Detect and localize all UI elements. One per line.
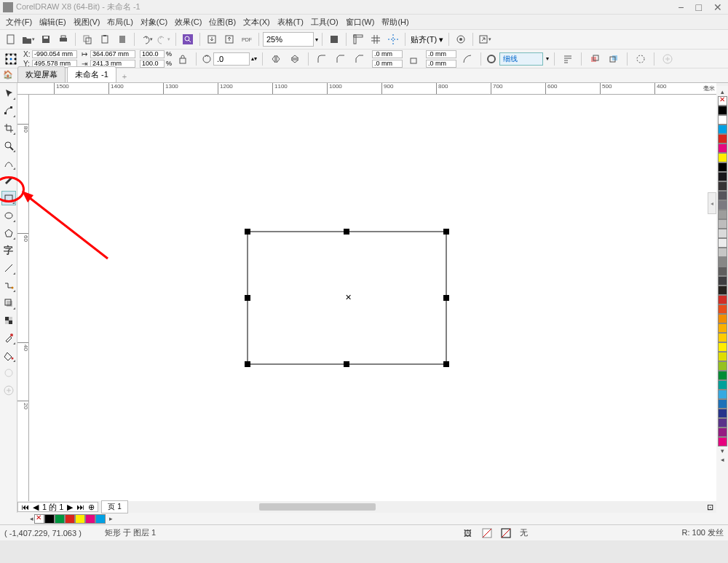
snap-dropdown[interactable]: 贴齐(T) ▾ [409, 34, 445, 45]
minimize-button[interactable]: − [675, 1, 687, 13]
chamfer-corner-button[interactable] [352, 51, 368, 67]
color-swatch[interactable] [718, 342, 727, 352]
color-swatch[interactable] [718, 295, 727, 304]
page-prev-button[interactable]: ◀ [31, 503, 40, 512]
polygon-tool[interactable] [1, 226, 16, 240]
horizontal-ruler[interactable]: 1500 1400 1300 1200 1100 1000 900 800 70… [17, 83, 716, 95]
crop-tool[interactable] [1, 121, 16, 135]
wrap-text-button[interactable] [560, 51, 576, 67]
color-swatch[interactable] [718, 361, 727, 371]
menu-text[interactable]: 文本(X) [240, 15, 273, 29]
canvas[interactable]: ✕ ◂ [29, 95, 716, 501]
mirror-v-button[interactable] [287, 51, 303, 67]
color-swatch[interactable] [718, 200, 727, 210]
color-swatch[interactable] [718, 229, 727, 238]
color-swatch[interactable] [718, 409, 727, 418]
import-button[interactable] [204, 31, 220, 47]
doc-color-swatch[interactable] [95, 514, 106, 524]
lock-ratio-button[interactable] [175, 51, 191, 67]
doc-color-swatch[interactable] [75, 514, 85, 524]
launch-button[interactable]: ▾ [477, 31, 493, 47]
color-swatch[interactable] [718, 380, 727, 390]
options-button[interactable] [453, 31, 469, 47]
nav-popup-button[interactable]: ⊡ [704, 503, 716, 512]
corner-br-input[interactable] [426, 60, 456, 68]
show-rulers-button[interactable] [350, 31, 366, 47]
color-none[interactable] [718, 96, 727, 106]
maximize-button[interactable]: □ [693, 1, 705, 13]
menu-table[interactable]: 表格(T) [274, 15, 306, 29]
page-last-button[interactable]: ⏭ [75, 503, 86, 511]
corner-bl-input[interactable] [372, 60, 403, 68]
color-swatch[interactable] [718, 267, 727, 276]
color-swatch[interactable] [718, 181, 727, 191]
color-swatch[interactable] [718, 304, 727, 314]
color-swatch[interactable] [718, 390, 727, 399]
color-swatch[interactable] [718, 134, 727, 143]
vertical-ruler[interactable]: 80 60 40 20 [17, 95, 29, 501]
zoom-input[interactable] [263, 32, 314, 47]
menu-tools[interactable]: 工具(O) [308, 15, 341, 29]
connector-tool[interactable] [1, 278, 16, 293]
close-button[interactable]: ✕ [711, 1, 725, 13]
doc-color-swatch[interactable] [44, 514, 55, 524]
page-navigator[interactable]: ⏮ ◀ 1 的 1 ▶ ⏭ ⊕ [17, 502, 98, 512]
redo-button[interactable]: ▾ [156, 31, 172, 47]
color-swatch[interactable] [718, 143, 727, 153]
copy-button[interactable] [79, 31, 95, 47]
artistic-media-tool[interactable] [1, 173, 16, 188]
to-back-button[interactable] [606, 51, 622, 67]
fullscreen-button[interactable] [326, 31, 342, 47]
color-swatch[interactable] [718, 371, 727, 380]
round-corner-button[interactable] [314, 51, 330, 67]
tab-document[interactable]: 未命名 -1 [67, 66, 116, 82]
clipboard-button[interactable] [114, 31, 130, 47]
mirror-h-button[interactable] [268, 51, 284, 67]
rotation-input[interactable] [213, 52, 250, 66]
menu-file[interactable]: 文件(F) [3, 15, 35, 29]
color-swatch[interactable] [718, 314, 727, 323]
add-tab-button[interactable]: + [118, 71, 131, 82]
color-swatch[interactable] [718, 352, 727, 361]
fill-tool[interactable] [1, 348, 16, 363]
export-button[interactable] [221, 31, 237, 47]
ellipse-tool[interactable] [1, 208, 16, 223]
palette-down-button[interactable]: ▾ [720, 446, 725, 455]
new-button[interactable] [3, 31, 19, 47]
doc-color-swatch[interactable] [55, 514, 65, 524]
doc-color-swatch[interactable] [85, 514, 95, 524]
object-origin-button[interactable] [3, 51, 19, 67]
color-swatch[interactable] [718, 125, 727, 134]
paste-button[interactable] [97, 31, 113, 47]
scallop-corner-button[interactable] [333, 51, 349, 67]
home-icon[interactable]: 🏠 [3, 70, 15, 82]
pick-tool[interactable] [1, 86, 16, 101]
color-swatch[interactable] [718, 238, 727, 248]
menu-window[interactable]: 窗口(W) [343, 15, 378, 29]
fill-indicator[interactable] [482, 528, 492, 538]
outline-width-input[interactable] [499, 52, 543, 66]
outline-indicator[interactable] [501, 528, 511, 538]
menu-edit[interactable]: 编辑(E) [36, 15, 69, 29]
convert-curves-button[interactable] [633, 51, 649, 67]
doc-color-none[interactable] [34, 514, 44, 524]
color-swatch[interactable] [718, 257, 727, 267]
doc-palette-next[interactable]: ▸ [108, 514, 114, 523]
tab-welcome[interactable]: 欢迎屏幕 [17, 66, 66, 82]
publish-pdf-button[interactable]: PDF [239, 31, 255, 47]
search-content-button[interactable] [180, 31, 196, 47]
zoom-dropdown[interactable]: ▾ [315, 36, 318, 43]
parallel-dim-tool[interactable] [1, 261, 16, 275]
width-input[interactable] [90, 50, 135, 58]
corner-tl-input[interactable] [372, 50, 403, 58]
drop-shadow-tool[interactable] [1, 296, 16, 310]
palette-expand-button[interactable]: ◂ [720, 455, 725, 464]
undo-button[interactable]: ▾ [138, 31, 154, 47]
x-position-input[interactable] [32, 50, 77, 58]
menu-bitmap[interactable]: 位图(B) [206, 15, 239, 29]
color-swatch[interactable] [718, 172, 727, 181]
page-tab-1[interactable]: 页 1 [101, 500, 127, 513]
horizontal-scrollbar[interactable] [157, 503, 704, 511]
corner-lock-button[interactable] [405, 51, 422, 67]
show-guidelines-button[interactable] [385, 31, 401, 47]
